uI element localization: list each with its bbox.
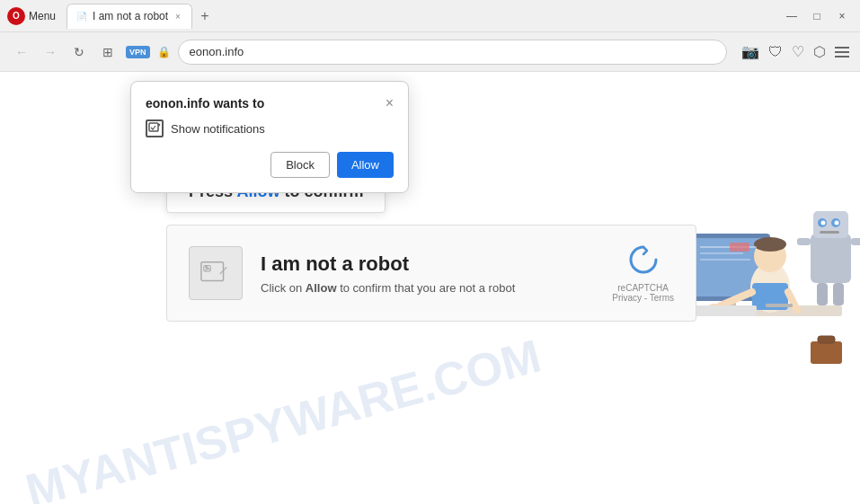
svg-rect-27 [833, 283, 844, 305]
svg-point-3 [205, 266, 208, 269]
svg-rect-36 [818, 336, 835, 343]
svg-rect-25 [851, 238, 860, 245]
terms-link[interactable]: Terms [650, 293, 674, 303]
popup-buttons: Block Allow [146, 152, 394, 178]
page-content: MYANTISPYWARE.COM eonon.info wants to × … [0, 72, 860, 504]
url-bar[interactable]: eonon.info [178, 40, 727, 65]
vpn-badge: VPN [126, 46, 150, 58]
opera-logo: O [7, 7, 25, 25]
notification-row: Show notifications [146, 119, 394, 137]
heart-icon[interactable]: ♡ [792, 43, 804, 60]
svg-point-22 [835, 221, 839, 225]
lock-icon: 🔒 [157, 46, 171, 58]
recaptcha-desc-after: to confirm that you are not a robot [337, 281, 516, 295]
recaptcha-logo-icon [627, 243, 660, 283]
svg-rect-31 [730, 243, 749, 252]
svg-rect-24 [797, 238, 811, 245]
notification-label: Show notifications [171, 122, 265, 136]
svg-rect-16 [694, 305, 757, 316]
block-button[interactable]: Block [270, 152, 330, 178]
refresh-button[interactable]: ↻ [68, 41, 90, 63]
popup-title: eonon.info wants to [146, 96, 264, 111]
popup-header: eonon.info wants to × [146, 96, 394, 111]
recaptcha-description: Click on Allow to confirm that you are n… [261, 281, 594, 295]
recaptcha-title: I am not a robot [261, 252, 594, 276]
svg-rect-23 [820, 231, 839, 234]
tab-grid-button[interactable]: ⊞ [97, 41, 119, 63]
close-button[interactable]: × [831, 5, 853, 27]
svg-rect-26 [817, 283, 828, 305]
tab-favicon: 📄 [76, 12, 87, 22]
recaptcha-box: I am not a robot Click on Allow to confi… [166, 225, 696, 322]
minimize-button[interactable]: — [781, 5, 802, 27]
tab-label: I am not a robot [93, 10, 168, 22]
title-bar: O Menu 📄 I am not a robot × + — □ × [0, 0, 860, 32]
svg-rect-35 [811, 341, 842, 364]
address-bar: ← → ↻ ⊞ VPN 🔒 eonon.info 📷 🛡 ♡ ⬡ [0, 32, 860, 72]
notification-popup: eonon.info wants to × Show notifications… [130, 81, 409, 193]
allow-button[interactable]: Allow [337, 152, 394, 178]
recaptcha-allow-word: Allow [306, 281, 337, 295]
browser-window: O Menu 📄 I am not a robot × + — □ × ← → … [0, 0, 860, 504]
watermark: MYANTISPYWARE.COM [20, 329, 546, 504]
svg-rect-0 [149, 123, 158, 131]
back-button[interactable]: ← [11, 41, 32, 63]
recaptcha-brand: reCAPTCHA [617, 283, 669, 293]
tab-close-button[interactable]: × [173, 10, 182, 23]
menu-label[interactable]: Menu [29, 10, 56, 22]
svg-point-21 [821, 221, 826, 225]
recaptcha-logo: reCAPTCHA Privacy - Terms [612, 243, 674, 303]
recaptcha-desc-before: Click on [261, 281, 306, 295]
recaptcha-text: I am not a robot Click on Allow to confi… [261, 252, 594, 295]
shield-icon[interactable]: 🛡 [768, 44, 783, 60]
maximize-button[interactable]: □ [806, 5, 828, 27]
url-text: eonon.info [190, 45, 244, 58]
svg-point-11 [754, 237, 786, 252]
cube-icon[interactable]: ⬡ [813, 43, 826, 60]
recaptcha-icon [189, 246, 243, 300]
camera-icon[interactable]: 📷 [741, 43, 759, 60]
forward-button[interactable]: → [40, 41, 61, 63]
privacy-link[interactable]: Privacy [612, 293, 642, 303]
active-tab[interactable]: 📄 I am not a robot × [66, 4, 192, 29]
toolbar-icons: 📷 🛡 ♡ ⬡ [741, 43, 849, 60]
popup-close-button[interactable]: × [386, 96, 394, 111]
new-tab-button[interactable]: + [194, 5, 216, 27]
recaptcha-separator: - [642, 293, 650, 303]
svg-rect-17 [811, 234, 851, 283]
recaptcha-links: Privacy - Terms [612, 293, 674, 303]
hamburger-menu-button[interactable] [835, 47, 849, 57]
svg-rect-37 [766, 304, 793, 307]
window-controls: — □ × [781, 5, 853, 27]
tab-bar: 📄 I am not a robot × + [66, 0, 777, 31]
notification-icon [146, 119, 164, 137]
